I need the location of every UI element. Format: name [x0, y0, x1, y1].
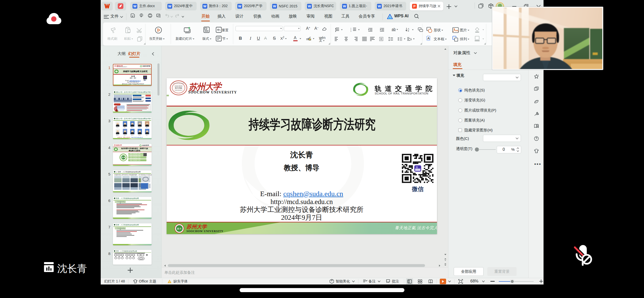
- svg-text:A: A: [427, 36, 430, 40]
- svg-text:Z: Z: [408, 30, 409, 32]
- svg-text:UNIVERSITY: UNIVERSITY: [175, 90, 182, 91]
- svg-text:SOOCHOW: SOOCHOW: [175, 85, 183, 87]
- svg-text:八云今言泽 來天地以仁: 八云今言泽 來天地以仁: [173, 83, 185, 84]
- svg-text:3: 3: [350, 31, 351, 32]
- svg-text:蘇大: 蘇大: [177, 227, 182, 230]
- svg-text:學大州蘇: 學大州蘇: [175, 87, 182, 89]
